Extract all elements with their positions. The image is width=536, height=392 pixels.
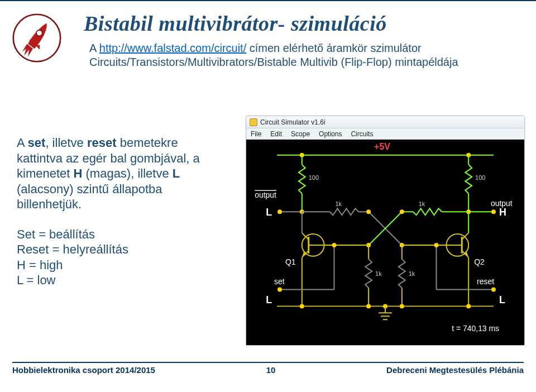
body-text: A set, illetve reset bemetekre kattintva… (17, 135, 218, 288)
window-titlebar: Circuit Simulator v1.6i (246, 116, 524, 128)
svg-point-56 (300, 304, 304, 308)
svg-point-22 (400, 209, 404, 214)
app-icon (250, 118, 257, 126)
label-time: t = 740,13 ms (452, 324, 499, 333)
svg-point-1 (36, 30, 42, 36)
menu-circuits[interactable]: Circuits (351, 130, 373, 138)
label-r100-left: 100 (309, 174, 319, 181)
label-r100-right: 100 (475, 174, 485, 181)
svg-point-14 (491, 209, 496, 214)
menu-file[interactable]: File (251, 130, 261, 138)
paragraph-1: A set, illetve reset bemetekre kattintva… (17, 135, 218, 212)
footer-left: Hobbielektronika csoport 2014/2015 (12, 365, 155, 375)
svg-point-50 (332, 243, 337, 247)
svg-point-49 (277, 288, 282, 292)
label-1k-d: 1k (409, 270, 415, 277)
def-h: H = high (17, 257, 218, 273)
footer-right: Debreceni Megtestesülés Plébánia (386, 365, 524, 375)
falstad-link[interactable]: http://www.falstad.com/circuit/ (99, 42, 246, 54)
label-1k-b: 1k (419, 200, 425, 207)
menu-scope[interactable]: Scope (291, 130, 310, 138)
def-set: Set = beállítás (17, 227, 218, 242)
svg-point-10 (277, 209, 282, 214)
slide-title: Bistabil multivibrátor- szimuláció (84, 11, 519, 36)
def-reset: Reset = helyreállítás (17, 242, 218, 257)
svg-point-59 (400, 304, 404, 308)
rocket-logo-icon (12, 13, 61, 63)
svg-line-37 (462, 233, 468, 240)
svg-line-30 (302, 233, 309, 240)
svg-point-54 (434, 243, 439, 247)
svg-point-21 (366, 209, 371, 214)
svg-point-57 (366, 304, 371, 308)
circuit-simulator-window: Circuit Simulator v1.6i File Edit Scope … (246, 116, 525, 346)
label-H-right: H (499, 207, 506, 218)
label-1k-a: 1k (335, 200, 342, 207)
label-reset: reset (477, 277, 494, 286)
label-set: set (274, 277, 285, 286)
label-L2: L (266, 294, 272, 305)
label-5v: +5V (374, 142, 390, 151)
label-1k-c: 1k (375, 270, 382, 277)
intro-pre: A (89, 42, 99, 54)
footer-page: 10 (266, 365, 276, 375)
circuit-canvas[interactable]: +5V 100 100 output output (246, 140, 524, 345)
svg-point-60 (466, 304, 471, 308)
intro-paragraph: A http://www.falstad.com/circuit/ címen … (89, 41, 502, 69)
svg-marker-39 (464, 251, 468, 257)
def-l: L = low (17, 273, 218, 288)
svg-point-53 (491, 288, 496, 292)
label-L3: L (499, 294, 505, 305)
label-q1: Q1 (285, 257, 296, 266)
menubar: File Edit Scope Options Circuits (246, 128, 524, 140)
label-q2: Q2 (474, 257, 485, 266)
menu-edit[interactable]: Edit (270, 130, 282, 138)
menu-options[interactable]: Options (319, 130, 342, 138)
label-output-left: output (255, 190, 276, 199)
svg-marker-32 (302, 251, 307, 257)
label-L-left: L (266, 207, 272, 218)
footer: Hobbielektronika csoport 2014/2015 10 De… (0, 362, 536, 379)
window-title: Circuit Simulator v1.6i (260, 118, 326, 126)
